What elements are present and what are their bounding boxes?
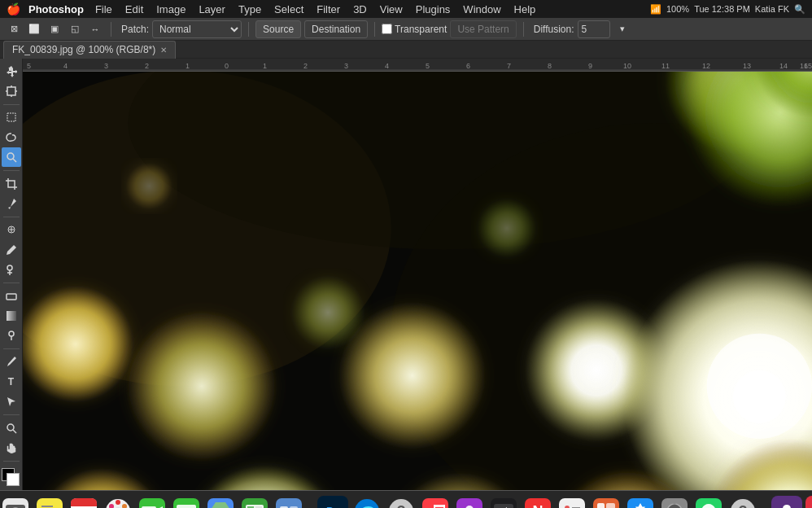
menu-layer[interactable]: Layer	[192, 0, 232, 18]
diffusion-input[interactable]	[578, 20, 610, 38]
pen-tool[interactable]	[2, 353, 21, 371]
svg-text:4: 4	[63, 62, 68, 70]
tool-icon-2[interactable]: ⬜	[25, 20, 43, 38]
dock-news[interactable]: N	[522, 496, 553, 509]
tab-close-icon[interactable]: ✕	[160, 46, 167, 55]
canvas-with-ruler: 0 1 2 3 4 5 6 7 8 9	[23, 72, 812, 490]
svg-text:1: 1	[186, 62, 190, 70]
source-button[interactable]: Source	[255, 20, 301, 38]
dock-reminders[interactable]	[557, 496, 587, 509]
menu-plugins[interactable]: Plugins	[409, 0, 457, 18]
search-icon[interactable]: 🔍	[794, 4, 805, 15]
text-tool[interactable]: T	[2, 372, 21, 391]
dock-photoshop[interactable]: Ps	[317, 496, 348, 509]
clone-stamp-tool[interactable]	[2, 260, 21, 278]
menu-3d[interactable]: 3D	[347, 0, 373, 18]
menu-type[interactable]: Type	[232, 0, 268, 18]
dock-itunes[interactable]	[420, 496, 451, 509]
rectangular-marquee-tool[interactable]	[2, 108, 21, 127]
svg-text:N: N	[533, 503, 544, 509]
svg-text:14: 14	[779, 62, 788, 70]
dock-migration[interactable]	[273, 496, 304, 509]
dodge-tool[interactable]	[2, 326, 21, 344]
clock: Tue 12:38 PM	[694, 4, 750, 14]
dock-notification-center[interactable]	[771, 496, 802, 509]
svg-text:11: 11	[661, 62, 670, 70]
dock-notes[interactable]	[34, 496, 65, 509]
image-canvas[interactable]	[23, 72, 812, 490]
menu-file[interactable]: File	[89, 0, 119, 18]
toolbar: T	[0, 59, 23, 490]
transparent-checkbox[interactable]	[382, 24, 392, 34]
move-tool[interactable]	[2, 62, 21, 81]
dock-podcasts[interactable]	[454, 496, 485, 509]
tool-icon-3[interactable]: ▣	[46, 20, 63, 38]
spot-healing-tool[interactable]	[2, 221, 21, 239]
crop-tool[interactable]	[2, 174, 21, 193]
dock-books[interactable]	[591, 496, 622, 509]
menu-image[interactable]: Image	[150, 0, 192, 18]
dock-edge[interactable]	[351, 496, 382, 509]
menu-view[interactable]: View	[373, 0, 409, 18]
document-tab[interactable]: FK_00839.jpg @ 100% (RGB/8*) ✕	[3, 41, 176, 59]
dock-systemprefs[interactable]	[659, 496, 690, 509]
svg-text:16: 16	[800, 62, 808, 70]
menu-filter[interactable]: Filter	[310, 0, 347, 18]
svg-point-61	[23, 286, 133, 401]
canvas-area[interactable]: 5 4 3 2 1 0 1 2 3 4 5 6 7 8 9 10 11 12 1…	[23, 59, 812, 490]
svg-text:5: 5	[27, 62, 31, 70]
dock-tv[interactable]	[488, 496, 519, 509]
zoom-tool[interactable]	[2, 418, 21, 437]
svg-text:?: ?	[739, 503, 748, 509]
quick-select-tool[interactable]	[2, 147, 21, 166]
svg-text:9: 9	[588, 62, 592, 70]
transparent-label[interactable]: Transparent	[382, 24, 447, 35]
dock-whatsapp[interactable]	[693, 496, 724, 509]
tool-icon-4[interactable]: ◱	[66, 20, 84, 38]
dock-photos[interactable]	[103, 496, 133, 509]
ruler-top-svg: 5 4 3 2 1 0 1 2 3 4 5 6 7 8 9 10 11 12 1…	[23, 59, 812, 72]
menu-edit[interactable]: Edit	[119, 0, 150, 18]
patch-label: Patch:	[121, 24, 149, 35]
dock-calendar[interactable]: 23	[68, 496, 99, 509]
svg-text:2: 2	[303, 62, 308, 70]
patch-select[interactable]: Normal Content-Aware	[152, 20, 242, 38]
toolbar-separator-5	[3, 348, 20, 349]
path-selection-tool[interactable]	[2, 392, 21, 410]
dock-help2[interactable]: ?	[727, 496, 758, 509]
svg-rect-150	[674, 501, 676, 505]
gradient-tool[interactable]	[2, 306, 21, 325]
dock-maps[interactable]	[205, 496, 236, 509]
svg-point-72	[478, 199, 536, 257]
eyedropper-tool[interactable]	[2, 194, 21, 212]
tool-icon-5[interactable]: ↔	[86, 20, 104, 38]
menu-window[interactable]: Window	[456, 0, 507, 18]
dock-appstore[interactable]	[625, 496, 656, 509]
artboard-tool[interactable]	[2, 81, 21, 100]
color-swatch[interactable]	[2, 468, 21, 487]
svg-rect-135	[494, 504, 513, 509]
svg-text:1: 1	[263, 62, 267, 70]
battery-status: 100%	[666, 4, 689, 14]
svg-point-73	[126, 163, 172, 209]
menu-select[interactable]: Select	[268, 0, 310, 18]
dock-facetime[interactable]	[137, 496, 168, 509]
brush-tool[interactable]	[2, 240, 21, 259]
lasso-tool[interactable]	[2, 128, 21, 147]
svg-text:8: 8	[548, 62, 552, 70]
dock-creative-cloud[interactable]: Cc	[805, 496, 812, 509]
svg-rect-13	[7, 311, 16, 321]
eraser-tool[interactable]	[2, 287, 21, 305]
hand-tool[interactable]	[2, 438, 21, 457]
dock-messages[interactable]	[171, 496, 202, 509]
destination-button[interactable]: Destination	[304, 20, 368, 38]
menu-help[interactable]: Help	[508, 0, 543, 18]
dock-numbers[interactable]	[239, 496, 270, 509]
tool-icons: ⊠ ⬜ ▣ ◱ ↔	[5, 20, 104, 38]
svg-text:2: 2	[145, 62, 149, 70]
diffusion-dropdown[interactable]: ▾	[613, 20, 631, 38]
tool-icon-1[interactable]: ⊠	[5, 20, 23, 38]
apple-logo-icon[interactable]: 🍎	[7, 2, 20, 15]
dock-image-capture[interactable]	[0, 496, 31, 509]
dock-help[interactable]: ?	[386, 496, 417, 509]
